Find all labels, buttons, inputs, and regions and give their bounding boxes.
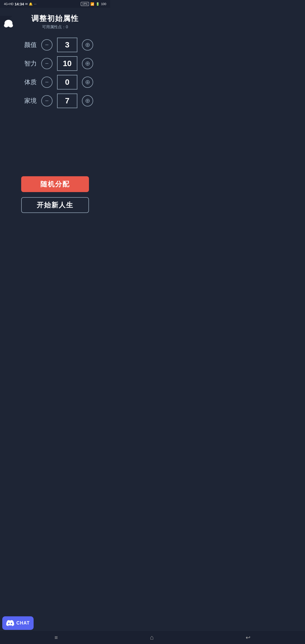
status-right: VPN 📶 🔋 100	[81, 2, 106, 6]
yanshi-value: 3	[57, 38, 77, 52]
table-row: 颜值 − 3 ⊕	[6, 38, 104, 52]
battery-level: 100	[101, 2, 106, 6]
notification-icon: 🔔	[29, 2, 33, 6]
start-new-life-button[interactable]: 开始新人生	[21, 197, 89, 213]
status-time: 14:34	[15, 2, 24, 6]
zhili-value: 10	[57, 56, 77, 71]
available-points: 可用属性点：0	[42, 25, 68, 30]
more-icon: ···	[34, 2, 36, 6]
attribute-label-tizhi: 体质	[17, 78, 37, 86]
attribute-label-zhili: 智力	[17, 59, 37, 68]
logo-icon	[2, 18, 15, 31]
table-row: 智力 − 10 ⊕	[6, 56, 104, 71]
header: 调整初始属性 可用属性点：0	[0, 8, 110, 33]
zhili-plus-button[interactable]: ⊕	[82, 58, 93, 69]
buttons-section: 随机分配 开始新人生	[0, 176, 110, 219]
vpn-badge: VPN	[81, 2, 89, 6]
random-assign-button[interactable]: 随机分配	[21, 176, 89, 192]
wifi-icon: 📶	[90, 2, 94, 6]
jiajing-minus-button[interactable]: −	[41, 95, 53, 106]
jiajing-value: 7	[57, 93, 77, 108]
mail-icon: ✉	[25, 2, 28, 6]
table-row: 体质 − 0 ⊕	[6, 75, 104, 90]
tizhi-value: 0	[57, 75, 77, 90]
status-left: 4G+HD 14:34 ✉ 🔔 ···	[4, 2, 36, 6]
attribute-label-yanshi: 颜值	[17, 41, 37, 49]
tizhi-plus-button[interactable]: ⊕	[82, 77, 93, 88]
zhili-minus-button[interactable]: −	[41, 58, 53, 69]
tizhi-minus-button[interactable]: −	[41, 77, 53, 88]
status-bar: 4G+HD 14:34 ✉ 🔔 ··· VPN 📶 🔋 100	[0, 0, 110, 8]
logo	[2, 18, 15, 31]
yanshi-minus-button[interactable]: −	[41, 39, 53, 51]
svg-point-1	[4, 23, 8, 27]
jiajing-plus-button[interactable]: ⊕	[82, 95, 93, 106]
yanshi-plus-button[interactable]: ⊕	[82, 39, 93, 51]
attributes-section: 颜值 − 3 ⊕ 智力 − 10 ⊕ 体质 − 0 ⊕ 家境 − 7 ⊕	[0, 33, 110, 113]
attribute-label-jiajing: 家境	[17, 97, 37, 105]
battery-icon: 🔋	[96, 2, 100, 6]
table-row: 家境 − 7 ⊕	[6, 93, 104, 108]
signal-icon: 4G+HD	[4, 3, 14, 6]
page-title: 调整初始属性	[31, 14, 79, 23]
svg-point-2	[8, 23, 13, 27]
